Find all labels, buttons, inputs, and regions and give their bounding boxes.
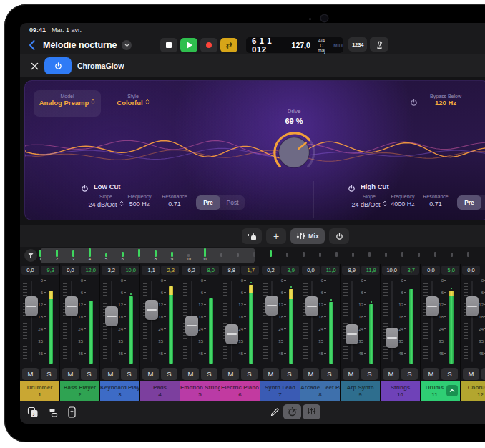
pencil-icon[interactable]: [268, 405, 282, 419]
pre-button[interactable]: Pre: [457, 195, 481, 210]
solo-button[interactable]: S: [321, 368, 338, 380]
mute-button[interactable]: M: [222, 368, 239, 380]
track-name-tab[interactable]: Pads4: [140, 381, 180, 401]
solo-button[interactable]: S: [121, 368, 137, 380]
io-connections-icon[interactable]: [46, 405, 60, 419]
fader-handle[interactable]: [346, 324, 358, 344]
style-selector[interactable]: Style Colorful: [109, 94, 157, 107]
fader-handle[interactable]: [185, 316, 198, 336]
solo-button[interactable]: S: [81, 368, 97, 380]
track-name-tab[interactable]: Synth Lead7: [260, 381, 300, 401]
count-in-button[interactable]: 1234: [348, 37, 367, 52]
fader-handle[interactable]: [265, 296, 278, 316]
fader-value[interactable]: 0,0: [21, 266, 39, 275]
mute-button[interactable]: M: [182, 368, 199, 380]
cycle-button[interactable]: ⇄: [220, 38, 237, 52]
mute-button[interactable]: M: [142, 368, 159, 380]
track-name-tab[interactable]: Keyboard Player3: [100, 381, 139, 401]
fader-value[interactable]: -8,9: [342, 266, 360, 275]
mixer-view-button[interactable]: [303, 404, 320, 419]
stop-button[interactable]: [160, 38, 177, 52]
mute-button[interactable]: M: [62, 368, 79, 380]
browser-icon[interactable]: ♪: [26, 405, 40, 419]
solo-button[interactable]: S: [441, 368, 458, 380]
close-icon[interactable]: [29, 60, 40, 72]
drive-knob[interactable]: [271, 130, 317, 175]
solo-button[interactable]: S: [281, 368, 298, 380]
model-selector[interactable]: Model Analog Preamp: [34, 90, 101, 117]
track-name-tab[interactable]: Chorus V12: [461, 381, 485, 401]
fader-value[interactable]: 0,0: [462, 266, 480, 275]
add-track-button[interactable]: +: [266, 228, 286, 244]
solo-button[interactable]: S: [41, 368, 57, 380]
fader-value[interactable]: -6,2: [182, 266, 200, 275]
track-name-tab[interactable]: Emotion Strings5: [180, 381, 220, 401]
post-button[interactable]: Post: [481, 195, 485, 210]
bypass-below-control[interactable]: Bypass Below 120 Hz: [420, 94, 471, 107]
track-name-tab[interactable]: Strings10: [381, 381, 420, 401]
mute-button[interactable]: M: [383, 368, 399, 380]
fader-value[interactable]: -10,0: [382, 266, 400, 275]
fader-handle[interactable]: [466, 296, 479, 316]
fader-handle[interactable]: [305, 296, 318, 316]
mute-button[interactable]: M: [263, 368, 279, 380]
lcd-display[interactable]: 6 1 1 012 127,0 4/4C maj MIDI: [246, 37, 343, 53]
fader-handle[interactable]: [426, 296, 439, 316]
fader-handle[interactable]: [386, 328, 398, 348]
duplicate-button[interactable]: [242, 228, 262, 244]
fader-handle[interactable]: [145, 300, 158, 320]
collapse-chevron-up-button[interactable]: [446, 385, 458, 396]
mute-button[interactable]: M: [22, 368, 39, 380]
post-button[interactable]: Post: [220, 195, 245, 210]
track-name-tab[interactable]: Arp Synth9: [341, 381, 380, 401]
fader-value[interactable]: 0,0: [62, 266, 79, 275]
track-name-tab[interactable]: Arcade…eet Pad8: [300, 381, 340, 401]
mute-button[interactable]: M: [102, 368, 119, 380]
record-button[interactable]: [200, 38, 217, 52]
track-name-tab[interactable]: Bass Player2: [60, 381, 99, 401]
bypass-power-icon[interactable]: [410, 97, 418, 109]
channel-strip-icon[interactable]: [64, 405, 79, 419]
filter-button[interactable]: [24, 249, 37, 262]
high-cut-frequency[interactable]: Frequency 4000 Hz: [380, 194, 426, 208]
low-cut-resonance[interactable]: Resonance 0.71: [159, 194, 190, 208]
mix-view-button[interactable]: Mix: [290, 228, 325, 244]
mute-button[interactable]: M: [343, 368, 359, 380]
mixer-power-button[interactable]: [329, 228, 349, 244]
solo-button[interactable]: S: [201, 368, 217, 380]
fader-handle[interactable]: [65, 296, 78, 316]
pre-button[interactable]: Pre: [196, 195, 220, 210]
stepper-icon[interactable]: [145, 99, 150, 107]
mute-button[interactable]: M: [463, 368, 479, 380]
low-cut-frequency[interactable]: Frequency 500 Hz: [117, 194, 162, 208]
plus-icon: +: [273, 230, 279, 242]
fader-value[interactable]: -3,2: [102, 266, 119, 275]
metronome-button[interactable]: [370, 37, 388, 52]
solo-button[interactable]: S: [481, 368, 485, 380]
mute-button[interactable]: M: [303, 368, 319, 380]
play-button[interactable]: [180, 38, 197, 52]
fader-value[interactable]: 0,0: [422, 266, 440, 275]
fader-handle[interactable]: [225, 324, 238, 344]
chevron-down-icon[interactable]: [122, 40, 132, 50]
stepper-icon[interactable]: [91, 99, 95, 107]
high-cut-resonance[interactable]: Resonance 0.71: [420, 194, 451, 208]
fader-value[interactable]: 0,2: [262, 266, 280, 275]
level-control[interactable]: Level 0.0: [470, 94, 485, 107]
mute-button[interactable]: M: [423, 368, 439, 380]
solo-button[interactable]: S: [361, 368, 378, 380]
track-name-tab[interactable]: Electric Piano6: [220, 381, 260, 401]
track-name-tab[interactable]: Drummer1: [20, 381, 59, 401]
fader-handle[interactable]: [105, 306, 118, 326]
track-name-tab[interactable]: Drums11: [421, 381, 460, 401]
solo-button[interactable]: S: [241, 368, 258, 380]
fader-value[interactable]: 0,0: [302, 266, 320, 275]
fader-handle[interactable]: [25, 296, 38, 316]
fader-value[interactable]: -1,1: [142, 266, 160, 275]
back-button[interactable]: [26, 39, 37, 52]
plugin-power-button[interactable]: [44, 57, 72, 74]
fader-value[interactable]: -8,8: [222, 266, 240, 275]
solo-button[interactable]: S: [401, 368, 418, 380]
controls-view-button[interactable]: [283, 404, 301, 419]
solo-button[interactable]: S: [161, 368, 177, 380]
